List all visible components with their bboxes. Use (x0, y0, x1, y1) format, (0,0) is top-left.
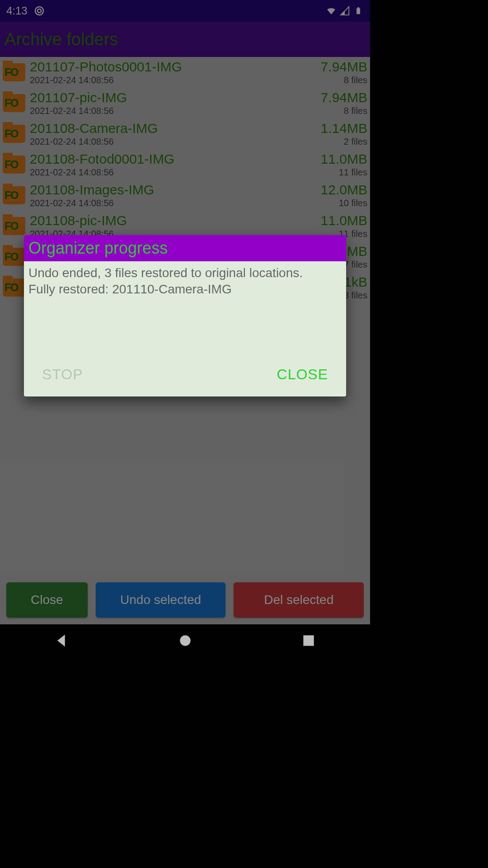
svg-point-4 (180, 635, 190, 646)
nav-recent-icon[interactable] (300, 632, 318, 651)
dialog-line1: Undo ended, 3 files restored to original… (28, 265, 342, 281)
dialog-line2: Fully restored: 201110-Camera-IMG (28, 281, 342, 297)
android-nav-bar (0, 624, 370, 658)
svg-rect-5 (303, 635, 314, 646)
nav-home-icon[interactable] (176, 632, 194, 651)
nav-back-icon[interactable] (53, 632, 71, 651)
dialog-stop-button: STOP (42, 366, 83, 383)
dialog-title: Organizer progress (24, 235, 346, 261)
dialog-close-button[interactable]: CLOSE (277, 366, 328, 383)
progress-dialog: Organizer progress Undo ended, 3 files r… (24, 235, 346, 396)
dialog-message: Undo ended, 3 files restored to original… (24, 261, 346, 361)
screen: 4:13 Archive folders FO (0, 0, 370, 658)
